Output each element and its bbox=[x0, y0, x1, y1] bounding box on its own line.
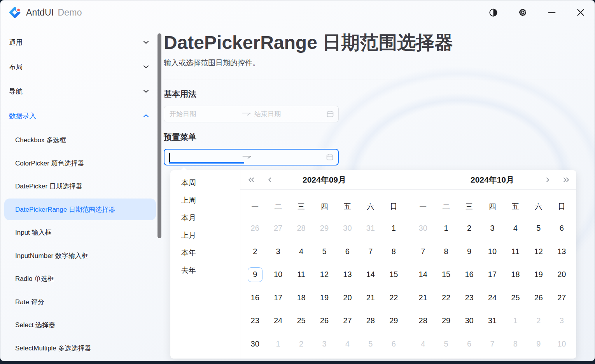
sidebar-group-data-entry[interactable]: 数据录入 bbox=[0, 103, 158, 128]
day-cell[interactable]: 2 bbox=[458, 217, 481, 240]
day-cell[interactable]: 24 bbox=[481, 286, 504, 310]
day-cell[interactable]: 5 bbox=[313, 240, 336, 263]
sidebar-item-datepickerrange[interactable]: DatePickerRange 日期范围选择器 bbox=[4, 199, 156, 220]
day-cell[interactable]: 13 bbox=[550, 240, 573, 263]
preset-item[interactable]: 本月 bbox=[173, 209, 238, 226]
day-cell[interactable]: 30 bbox=[243, 333, 266, 356]
day-cell[interactable]: 31 bbox=[359, 217, 382, 240]
sidebar-item-inputnumber[interactable]: InputNumber 数字输入框 bbox=[4, 245, 156, 266]
prev-month-button[interactable] bbox=[266, 176, 273, 184]
day-cell[interactable]: 10 bbox=[481, 240, 504, 263]
day-cell[interactable]: 7 bbox=[481, 333, 504, 356]
prev-year-button[interactable] bbox=[247, 176, 256, 184]
sidebar-item-colorpicker[interactable]: ColorPicker 颜色选择器 bbox=[4, 152, 156, 174]
preset-item[interactable]: 上周 bbox=[173, 192, 238, 209]
day-cell[interactable]: 7 bbox=[359, 240, 382, 263]
day-cell[interactable]: 8 bbox=[382, 240, 405, 263]
day-cell[interactable]: 30 bbox=[411, 217, 434, 240]
day-cell[interactable]: 26 bbox=[243, 217, 266, 240]
day-cell[interactable]: 4 bbox=[504, 217, 527, 240]
day-cell[interactable]: 16 bbox=[243, 286, 266, 310]
sidebar-item-selectmultiple[interactable]: SelectMultiple 多选选择器 bbox=[4, 337, 156, 359]
day-cell[interactable]: 3 bbox=[313, 333, 336, 356]
day-cell[interactable]: 26 bbox=[313, 309, 336, 333]
day-cell[interactable]: 30 bbox=[336, 217, 359, 240]
day-cell[interactable]: 22 bbox=[382, 286, 405, 310]
next-year-button[interactable] bbox=[562, 176, 571, 184]
day-cell[interactable]: 6 bbox=[336, 240, 359, 263]
day-cell[interactable]: 15 bbox=[382, 263, 405, 286]
right-month-title[interactable]: 2024年10月 bbox=[471, 174, 514, 185]
day-cell[interactable]: 2 bbox=[527, 309, 550, 333]
preset-item[interactable]: 本年 bbox=[173, 244, 238, 261]
day-cell[interactable]: 3 bbox=[266, 240, 289, 263]
day-cell[interactable]: 1 bbox=[382, 217, 405, 240]
day-cell[interactable]: 28 bbox=[359, 309, 382, 333]
day-cell[interactable]: 21 bbox=[411, 286, 434, 310]
day-cell[interactable]: 19 bbox=[313, 286, 336, 310]
sidebar-group-navigation[interactable]: 导航 bbox=[0, 79, 158, 103]
day-cell[interactable]: 12 bbox=[527, 240, 550, 263]
day-cell[interactable]: 5 bbox=[527, 217, 550, 240]
day-cell[interactable]: 27 bbox=[266, 217, 289, 240]
day-cell[interactable]: 1 bbox=[434, 217, 457, 240]
day-cell[interactable]: 27 bbox=[550, 286, 573, 310]
preset-item[interactable]: 本周 bbox=[173, 174, 238, 192]
day-cell[interactable]: 14 bbox=[359, 263, 382, 286]
day-cell[interactable]: 3 bbox=[481, 217, 504, 240]
day-cell[interactable]: 17 bbox=[481, 263, 504, 286]
day-cell[interactable]: 17 bbox=[266, 286, 289, 310]
day-cell[interactable]: 7 bbox=[411, 240, 434, 263]
day-cell[interactable]: 11 bbox=[290, 263, 313, 286]
day-cell[interactable]: 15 bbox=[434, 263, 457, 286]
day-cell[interactable]: 4 bbox=[336, 333, 359, 356]
day-cell[interactable]: 8 bbox=[434, 240, 457, 263]
day-cell[interactable]: 18 bbox=[290, 286, 313, 310]
date-range-input-preset[interactable] bbox=[164, 149, 339, 165]
day-cell[interactable]: 23 bbox=[243, 309, 266, 333]
day-cell[interactable]: 20 bbox=[550, 263, 573, 286]
sidebar-item-datepicker[interactable]: DatePicker 日期选择器 bbox=[4, 176, 156, 197]
theme-toggle-button[interactable] bbox=[489, 8, 498, 17]
sidebar-item-checkbox[interactable]: Checkbox 多选框 bbox=[4, 129, 156, 151]
day-cell[interactable]: 9 bbox=[527, 333, 550, 356]
day-cell[interactable]: 29 bbox=[313, 217, 336, 240]
sidebar-scrollbar-thumb[interactable] bbox=[158, 33, 161, 238]
day-cell[interactable]: 6 bbox=[458, 333, 481, 356]
day-cell[interactable]: 31 bbox=[481, 309, 504, 333]
day-cell[interactable]: 10 bbox=[550, 333, 573, 356]
day-cell[interactable]: 6 bbox=[550, 217, 573, 240]
day-cell[interactable]: 28 bbox=[290, 217, 313, 240]
settings-button[interactable] bbox=[518, 8, 527, 17]
day-cell[interactable]: 4 bbox=[290, 240, 313, 263]
close-button[interactable] bbox=[576, 8, 585, 17]
day-cell[interactable]: 5 bbox=[359, 333, 382, 356]
next-month-button[interactable] bbox=[545, 176, 551, 184]
day-cell[interactable]: 28 bbox=[411, 309, 434, 333]
day-cell[interactable]: 29 bbox=[434, 309, 457, 333]
day-cell[interactable]: 3 bbox=[550, 309, 573, 333]
day-cell[interactable]: 1 bbox=[504, 309, 527, 333]
day-cell[interactable]: 13 bbox=[336, 263, 359, 286]
day-cell[interactable]: 24 bbox=[266, 309, 289, 333]
sidebar-item-input[interactable]: Input 输入框 bbox=[4, 222, 156, 244]
day-cell[interactable]: 5 bbox=[434, 333, 457, 356]
day-cell[interactable]: 30 bbox=[458, 309, 481, 333]
day-cell[interactable]: 19 bbox=[527, 263, 550, 286]
day-cell[interactable]: 11 bbox=[504, 240, 527, 263]
preset-item[interactable]: 上月 bbox=[173, 226, 238, 244]
day-cell[interactable]: 18 bbox=[504, 263, 527, 286]
day-cell[interactable]: 6 bbox=[382, 333, 405, 356]
day-cell[interactable]: 12 bbox=[313, 263, 336, 286]
day-cell[interactable]: 2 bbox=[290, 333, 313, 356]
sidebar-item-radio[interactable]: Radio 单选框 bbox=[4, 268, 156, 290]
day-cell[interactable]: 4 bbox=[411, 333, 434, 356]
date-range-input-basic[interactable]: 开始日期 结束日期 bbox=[164, 106, 339, 122]
day-cell[interactable]: 29 bbox=[382, 309, 405, 333]
day-cell[interactable]: 23 bbox=[458, 286, 481, 310]
day-cell[interactable]: 16 bbox=[458, 263, 481, 286]
sidebar-group-general[interactable]: 通用 bbox=[0, 30, 158, 54]
day-cell[interactable]: 27 bbox=[336, 309, 359, 333]
day-cell[interactable]: 22 bbox=[434, 286, 457, 310]
day-cell[interactable]: 8 bbox=[504, 333, 527, 356]
